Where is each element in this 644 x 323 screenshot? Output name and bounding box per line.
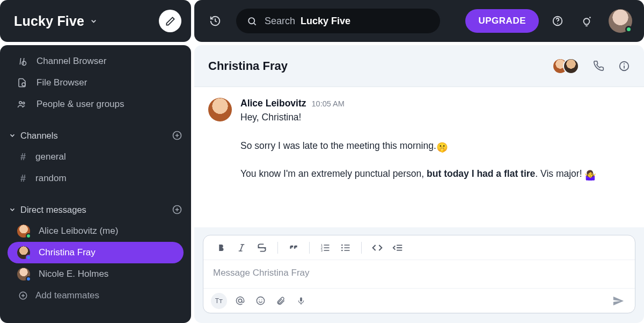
- dm-name: Alice Leibovitz (me): [39, 226, 118, 236]
- svg-point-37: [341, 244, 343, 246]
- format-bold[interactable]: [212, 240, 230, 256]
- section-label: Direct messages: [20, 205, 86, 215]
- avatar: [563, 58, 579, 74]
- dm-alice[interactable]: Alice Leibovitz (me): [0, 220, 191, 242]
- message-author[interactable]: Alice Leibovitz: [240, 98, 306, 109]
- dm-name: Nicole E. Holmes: [39, 269, 108, 279]
- svg-point-20: [589, 17, 591, 18]
- separator: [277, 242, 278, 254]
- workspace-switcher[interactable]: Lucky Five: [0, 0, 191, 42]
- upgrade-button[interactable]: UPGRADE: [465, 9, 539, 33]
- svg-point-23: [624, 63, 625, 64]
- presence-dot: [26, 276, 31, 282]
- format-quote[interactable]: [284, 240, 303, 256]
- audio-button[interactable]: [294, 293, 309, 308]
- svg-line-16: [254, 23, 256, 25]
- format-italic[interactable]: [232, 240, 251, 256]
- compose-button[interactable]: [159, 10, 181, 32]
- avatar: [17, 246, 30, 259]
- add-channel-button[interactable]: [172, 130, 182, 141]
- chevron-down-icon: [9, 132, 16, 139]
- me-avatar[interactable]: [609, 9, 632, 33]
- presence-dot: [625, 26, 632, 33]
- svg-point-43: [238, 299, 241, 302]
- conversation-title[interactable]: Christina Fray: [208, 59, 288, 73]
- svg-rect-47: [300, 297, 302, 302]
- avatar: [17, 268, 30, 281]
- channel-name: random: [35, 173, 67, 184]
- add-teammates[interactable]: Add teammates: [0, 285, 191, 306]
- emoji-button[interactable]: [253, 293, 268, 308]
- svg-point-5: [23, 102, 25, 104]
- avatar: [208, 98, 232, 121]
- info-button[interactable]: [618, 60, 630, 72]
- search-placeholder: Search Lucky Five: [265, 16, 350, 27]
- format-toggle-label: Tᴛ: [215, 297, 223, 305]
- member-avatars[interactable]: [552, 58, 579, 74]
- call-button[interactable]: [593, 60, 604, 71]
- format-strike[interactable]: [253, 240, 271, 256]
- add-teammates-label: Add teammates: [35, 290, 99, 301]
- channel-browser-icon: [17, 56, 28, 66]
- format-code[interactable]: [368, 240, 386, 256]
- svg-point-44: [257, 297, 264, 304]
- emoji-shrug: 🤷‍♀️: [584, 168, 596, 183]
- section-label: Channels: [20, 131, 58, 141]
- hash-icon: #: [20, 173, 26, 184]
- svg-text:3: 3: [321, 248, 323, 252]
- send-button[interactable]: [609, 295, 627, 307]
- dms-section-header[interactable]: Direct messages: [0, 199, 191, 220]
- search-input[interactable]: Search Lucky Five: [236, 9, 440, 33]
- composer-input[interactable]: Message Christina Fray: [203, 260, 635, 288]
- search-icon: [247, 16, 257, 26]
- message-composer: 123 Message Christina Fray Tᴛ: [203, 235, 635, 313]
- channels-section-header[interactable]: Channels: [0, 125, 191, 146]
- attach-button[interactable]: [273, 293, 288, 308]
- help-button[interactable]: [547, 15, 568, 27]
- chevron-down-icon: [90, 17, 98, 25]
- nav-label: Channel Browser: [36, 56, 106, 67]
- separator: [309, 242, 310, 254]
- nav-channel-browser[interactable]: Channel Browser: [0, 51, 191, 72]
- svg-point-4: [19, 102, 22, 104]
- chevron-down-icon: [9, 206, 16, 213]
- nav-people[interactable]: People & user groups: [0, 94, 191, 115]
- workspace-name: Lucky Five: [14, 13, 84, 29]
- format-ol[interactable]: 123: [316, 240, 334, 256]
- svg-line-0: [20, 58, 21, 64]
- svg-point-3: [22, 83, 25, 86]
- composer-placeholder: Message Christina Fray: [213, 268, 310, 278]
- pencil-icon: [165, 16, 175, 26]
- toggle-formatting-button[interactable]: Tᴛ: [211, 293, 227, 309]
- hash-icon: #: [20, 152, 26, 163]
- people-icon: [17, 99, 28, 109]
- message-row: Alice Leibovitz 10:05 AM Hey, Christina!…: [208, 98, 630, 195]
- dm-christina[interactable]: Christina Fray: [8, 242, 184, 263]
- channel-name: general: [35, 152, 66, 162]
- avatar: [17, 225, 30, 238]
- svg-point-15: [248, 18, 254, 24]
- separator: [361, 242, 362, 254]
- format-ul[interactable]: [336, 240, 355, 256]
- upgrade-label: UPGRADE: [478, 16, 526, 26]
- history-button[interactable]: [206, 15, 224, 27]
- whats-new-button[interactable]: [576, 15, 597, 27]
- mention-button[interactable]: [232, 293, 247, 308]
- svg-line-26: [240, 245, 243, 251]
- channel-random[interactable]: # random: [0, 168, 191, 189]
- svg-point-39: [341, 249, 343, 251]
- svg-point-46: [261, 299, 262, 300]
- format-codeblock[interactable]: [389, 240, 407, 256]
- svg-point-2: [22, 61, 26, 66]
- svg-point-38: [341, 247, 343, 248]
- nav-label: File Browser: [36, 77, 87, 88]
- nav-file-browser[interactable]: File Browser: [0, 72, 191, 94]
- dm-nicole[interactable]: Nicole E. Holmes: [0, 263, 191, 285]
- emoji-shushing-face: 🤫: [436, 140, 448, 155]
- channel-general[interactable]: # general: [0, 146, 191, 168]
- add-dm-button[interactable]: [172, 204, 182, 215]
- presence-dot: [26, 255, 31, 260]
- svg-point-45: [259, 299, 260, 300]
- presence-dot: [26, 233, 31, 239]
- file-browser-icon: [17, 78, 28, 88]
